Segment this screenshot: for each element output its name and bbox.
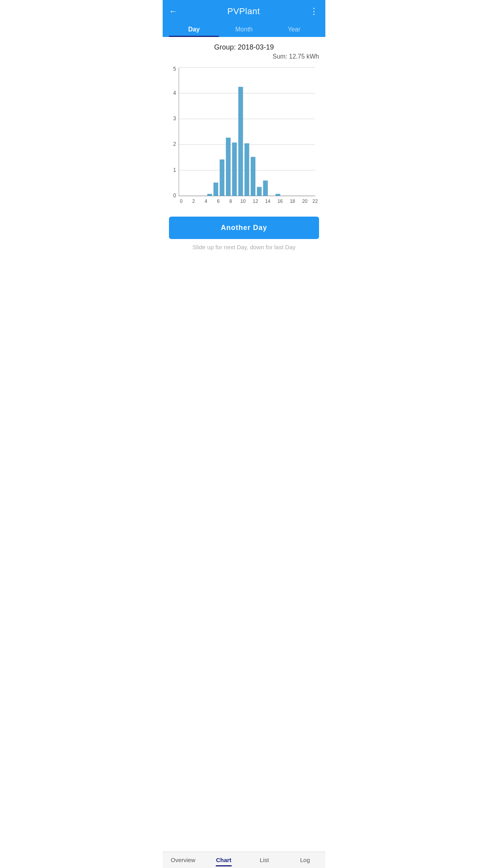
group-label: Group: 2018-03-19 [169,43,319,51]
svg-text:20: 20 [302,198,307,204]
svg-text:10: 10 [240,198,246,204]
svg-text:1: 1 [173,167,176,173]
tab-year[interactable]: Year [269,21,319,37]
chart-container: 5 4 3 2 1 0 [169,63,319,209]
more-icon[interactable]: ⋮ [310,6,319,17]
bar-13 [251,157,255,196]
svg-text:8: 8 [229,198,232,204]
tab-month[interactable]: Month [219,21,269,37]
back-icon[interactable]: ← [169,6,178,17]
header: ← PVPlant ⋮ Day Month Year [163,0,325,37]
bar-6 [207,194,212,196]
bar-12 [244,143,249,196]
sum-label: Sum: 12.75 kWh [169,53,319,60]
main-content: Group: 2018-03-19 Sum: 12.75 kWh 5 4 3 2… [163,37,325,288]
svg-text:3: 3 [173,116,176,122]
svg-text:14: 14 [265,198,270,204]
svg-text:22: 22 [312,198,317,204]
svg-text:6: 6 [217,198,220,204]
svg-text:2: 2 [173,141,176,147]
bar-10 [232,143,237,196]
bar-9 [226,138,231,196]
another-day-button[interactable]: Another Day [169,217,319,239]
svg-text:18: 18 [290,198,295,204]
app-title: PVPlant [227,6,260,17]
bar-15 [263,180,268,196]
slide-hint: Slide up for next Day, down for last Day [169,244,319,250]
tab-day[interactable]: Day [169,21,219,37]
bar-7 [213,182,218,196]
bar-17 [275,194,280,196]
svg-text:4: 4 [173,90,176,96]
bar-11 [238,87,243,196]
svg-text:0: 0 [180,198,183,204]
svg-text:2: 2 [192,198,195,204]
bar-14 [257,187,262,196]
svg-text:12: 12 [253,198,258,204]
svg-text:16: 16 [277,198,283,204]
svg-text:0: 0 [173,193,176,199]
svg-text:5: 5 [173,66,176,72]
tabs: Day Month Year [169,21,319,37]
bar-8 [220,160,224,196]
header-top: ← PVPlant ⋮ [169,6,319,21]
svg-text:4: 4 [205,198,207,204]
chart-svg: 5 4 3 2 1 0 [169,63,319,209]
